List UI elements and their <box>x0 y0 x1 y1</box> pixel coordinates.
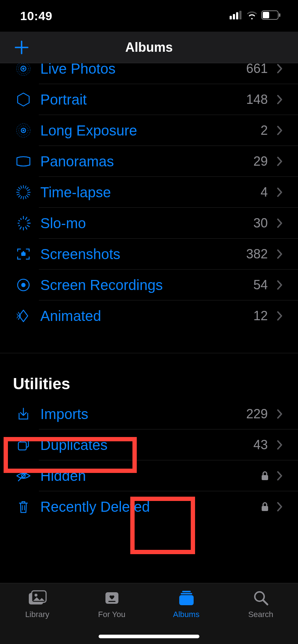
media_types-row-animated[interactable]: Animated12 <box>0 300 298 331</box>
svg-line-23 <box>19 195 21 197</box>
cellular-icon <box>230 11 243 21</box>
utilities-row-trash[interactable]: Recently Deleted <box>0 491 298 522</box>
svg-rect-46 <box>23 251 24 253</box>
trash-icon <box>13 496 34 517</box>
foryou-tab-icon <box>101 588 123 608</box>
tab-foryou[interactable]: For You <box>74 588 149 619</box>
search-tab-icon <box>250 588 272 608</box>
svg-line-27 <box>19 188 21 189</box>
media_types-row-portrait[interactable]: Portrait148 <box>0 84 298 115</box>
svg-line-30 <box>25 186 26 188</box>
row-count: 43 <box>253 437 270 452</box>
chevron-right-icon <box>274 63 285 76</box>
row-count: 30 <box>253 216 270 231</box>
row-count: 148 <box>246 92 270 107</box>
row-label: Hidden <box>34 468 260 484</box>
utilities-row-duplicates[interactable]: Duplicates43 <box>0 429 298 460</box>
screen-record-icon <box>13 275 34 295</box>
row-count: 382 <box>246 247 270 262</box>
svg-line-40 <box>20 227 22 229</box>
row-count: 4 <box>261 185 270 200</box>
chevron-right-icon <box>274 309 285 323</box>
svg-rect-0 <box>230 16 232 19</box>
utilities-list: Imports229Duplicates43HiddenRecently Del… <box>0 399 298 522</box>
svg-rect-62 <box>182 591 191 592</box>
svg-rect-63 <box>181 593 192 594</box>
row-label: Imports <box>34 406 246 422</box>
page-title: Albums <box>0 40 298 55</box>
animated-icon <box>13 305 34 326</box>
svg-line-41 <box>19 225 20 226</box>
media-types-list: Live Photos661Portrait148Long Exposure2P… <box>0 63 298 331</box>
utilities-row-hidden[interactable]: Hidden <box>0 460 298 491</box>
media_types-row-time-lapse[interactable]: Time-lapse4 <box>0 177 298 208</box>
svg-line-37 <box>27 225 29 227</box>
svg-rect-2 <box>236 12 238 19</box>
chevron-right-icon <box>274 123 285 138</box>
status-bar: 10:49 <box>0 0 298 32</box>
row-label: Live Photos <box>34 63 246 77</box>
row-count: 12 <box>253 308 270 323</box>
media_types-row-long-exposure[interactable]: Long Exposure2 <box>0 115 298 146</box>
duplicates-icon <box>13 434 34 455</box>
lock-icon <box>260 500 270 513</box>
svg-line-44 <box>21 218 22 220</box>
svg-line-19 <box>26 195 28 197</box>
media_types-row-slo-mo[interactable]: Slo-mo30 <box>0 208 298 239</box>
media_types-row-panoramas[interactable]: Panoramas29 <box>0 146 298 177</box>
lock-icon <box>260 469 270 482</box>
slo-mo-icon <box>13 213 34 234</box>
row-label: Slo-mo <box>34 215 253 231</box>
svg-line-32 <box>27 190 30 191</box>
row-label: Recently Deleted <box>34 499 260 515</box>
row-label: Duplicates <box>34 437 253 453</box>
svg-line-28 <box>21 186 22 188</box>
tab-library[interactable]: Library <box>0 588 74 619</box>
svg-point-48 <box>21 283 26 287</box>
svg-point-14 <box>23 130 24 132</box>
svg-line-66 <box>263 600 267 604</box>
utilities-row-imports[interactable]: Imports229 <box>0 399 298 429</box>
row-count: 54 <box>253 277 270 293</box>
add-button[interactable] <box>11 37 32 58</box>
media_types-row-live-photos[interactable]: Live Photos661 <box>0 63 298 84</box>
tab-albums[interactable]: Albums <box>149 588 224 619</box>
svg-line-22 <box>21 196 22 198</box>
row-count: 229 <box>246 406 270 422</box>
media_types-row-screen-record[interactable]: Screen Recordings54 <box>0 270 298 300</box>
svg-point-10 <box>22 68 24 70</box>
row-label: Time-lapse <box>34 184 261 201</box>
chevron-right-icon <box>274 438 285 452</box>
svg-rect-64 <box>179 595 194 605</box>
svg-line-24 <box>17 194 19 195</box>
row-count: 2 <box>261 123 270 138</box>
chevron-right-icon <box>274 500 285 514</box>
chevron-right-icon <box>274 92 285 107</box>
portrait-icon <box>13 89 34 110</box>
svg-rect-5 <box>279 13 280 17</box>
library-tab-icon <box>27 588 48 608</box>
tab-search[interactable]: Search <box>224 588 298 619</box>
panoramas-icon <box>13 151 34 172</box>
svg-rect-3 <box>239 11 241 19</box>
wifi-icon <box>246 11 258 21</box>
tab-label: Albums <box>173 610 199 619</box>
svg-rect-1 <box>233 14 235 19</box>
svg-rect-56 <box>262 506 268 511</box>
battery-icon <box>261 10 281 21</box>
svg-rect-53 <box>262 475 268 480</box>
navigation-bar: Albums <box>0 32 298 63</box>
svg-line-18 <box>27 194 30 195</box>
chevron-right-icon <box>274 247 285 261</box>
row-label: Animated <box>34 308 253 324</box>
tab-label: Library <box>25 610 49 619</box>
content-scroll[interactable]: Live Photos661Portrait148Long Exposure2P… <box>0 63 298 583</box>
row-label: Long Exposure <box>34 123 261 139</box>
tab-label: For You <box>98 610 126 619</box>
long-exposure-icon <box>13 120 34 141</box>
home-indicator[interactable] <box>99 635 199 638</box>
live-photos-icon <box>13 63 34 79</box>
svg-line-43 <box>19 221 20 221</box>
media_types-row-screenshots[interactable]: Screenshots382 <box>0 239 298 270</box>
chevron-right-icon <box>274 185 285 199</box>
